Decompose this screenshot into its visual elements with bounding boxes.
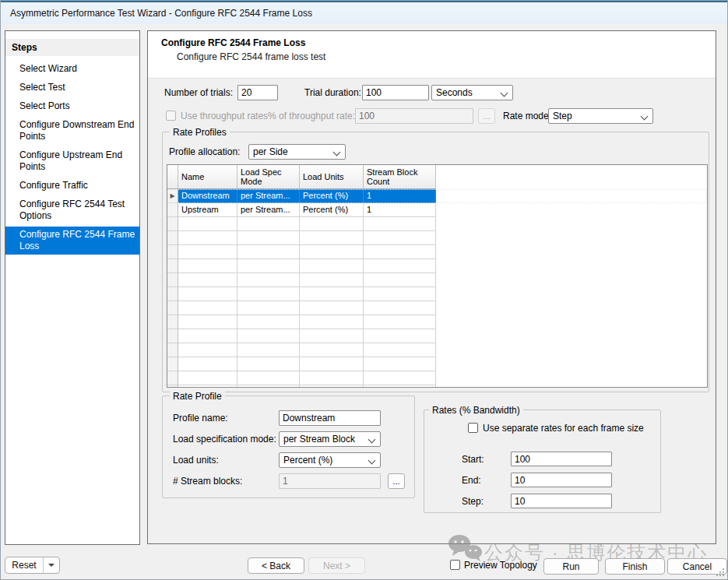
grid-row-selector[interactable] (167, 371, 178, 385)
sidebar-step-item[interactable]: Configure RFC 2544 Test Options (5, 196, 139, 224)
grid-cell[interactable] (178, 287, 237, 301)
grid-cell[interactable] (364, 245, 436, 259)
grid-row-selector[interactable] (167, 329, 178, 343)
reset-split-button[interactable]: Reset (5, 557, 60, 574)
grid-row[interactable] (167, 231, 707, 245)
load-units-select[interactable]: Percent (%) (279, 452, 381, 468)
grid-row[interactable] (167, 273, 707, 287)
number-of-trials-input[interactable] (237, 85, 278, 100)
grid-cell[interactable] (300, 301, 364, 315)
grid-cell[interactable] (178, 385, 237, 388)
grid-row[interactable] (167, 315, 707, 329)
load-spec-mode-select[interactable]: per Stream Block (279, 431, 381, 447)
grid-cell[interactable] (364, 287, 436, 301)
grid-cell[interactable] (178, 357, 237, 371)
reset-dropdown-button[interactable] (43, 557, 59, 573)
grid-cell[interactable] (237, 287, 300, 301)
grid-cell[interactable] (300, 259, 364, 273)
grid-cell[interactable]: Upstream (178, 203, 237, 217)
grid-cell[interactable] (178, 329, 237, 343)
grid-cell[interactable] (178, 245, 237, 259)
rate-profiles-grid[interactable]: NameLoad Spec ModeLoad UnitsStream Block… (167, 164, 708, 388)
grid-cell[interactable]: per Stream... (237, 203, 300, 217)
grid-cell[interactable] (364, 231, 436, 245)
cancel-button[interactable]: Cancel (667, 558, 727, 575)
grid-column-header[interactable]: Name (178, 165, 237, 189)
grid-cell[interactable] (300, 315, 364, 329)
grid-row-selector[interactable] (167, 287, 178, 301)
grid-cell[interactable] (237, 217, 300, 231)
grid-cell[interactable] (237, 245, 300, 259)
grid-row[interactable] (167, 217, 707, 231)
grid-cell[interactable] (178, 371, 237, 385)
sidebar-step-item[interactable]: Select Ports (5, 98, 139, 114)
grid-row[interactable] (167, 357, 707, 371)
grid-cell[interactable] (364, 217, 436, 231)
grid-cell[interactable]: Percent (%) (300, 203, 364, 217)
back-button[interactable]: < Back (248, 557, 304, 574)
profile-name-input[interactable] (279, 410, 381, 426)
grid-cell[interactable] (364, 357, 436, 371)
grid-row-selector[interactable] (167, 385, 178, 388)
grid-row[interactable] (167, 385, 707, 388)
grid-cell[interactable] (237, 329, 300, 343)
sidebar-step-item[interactable]: Configure Traffic (5, 178, 139, 194)
grid-cell[interactable] (364, 315, 436, 329)
grid-cell[interactable] (300, 385, 364, 388)
grid-row-selector[interactable] (167, 343, 178, 357)
grid-cell[interactable] (237, 357, 300, 371)
grid-current-row-arrow-icon[interactable]: ▶ (167, 189, 178, 203)
grid-cell[interactable] (300, 231, 364, 245)
grid-cell[interactable] (237, 273, 300, 287)
grid-cell[interactable] (237, 385, 300, 388)
trial-duration-unit-select[interactable]: Seconds (431, 85, 513, 100)
grid-row-selector[interactable] (167, 231, 178, 245)
grid-row-selector[interactable] (167, 259, 178, 273)
grid-cell[interactable]: 1 (364, 189, 436, 203)
grid-cell[interactable] (237, 259, 300, 273)
grid-cell[interactable] (300, 273, 364, 287)
grid-row[interactable] (167, 343, 707, 357)
grid-cell[interactable] (364, 385, 436, 388)
grid-cell[interactable] (300, 245, 364, 259)
grid-row-selector[interactable] (167, 245, 178, 259)
grid-column-header[interactable]: Load Spec Mode (237, 165, 300, 189)
grid-cell[interactable] (178, 301, 237, 315)
grid-cell[interactable] (237, 315, 300, 329)
grid-row-selector[interactable] (167, 273, 178, 287)
grid-row[interactable] (167, 301, 707, 315)
reset-button[interactable]: Reset (5, 557, 43, 573)
grid-cell[interactable]: per Stream... (237, 189, 300, 203)
rates-end-input[interactable] (511, 473, 612, 487)
finish-button[interactable]: Finish (605, 558, 665, 575)
grid-cell[interactable] (364, 343, 436, 357)
grid-cell[interactable] (300, 371, 364, 385)
grid-cell[interactable] (300, 217, 364, 231)
grid-column-header[interactable]: Load Units (300, 165, 364, 189)
grid-row-selector[interactable] (167, 217, 178, 231)
grid-cell[interactable] (300, 343, 364, 357)
grid-row[interactable] (167, 245, 707, 259)
sidebar-step-item[interactable]: Select Wizard (5, 61, 139, 77)
preview-topology-checkbox[interactable] (450, 560, 460, 570)
grid-row-selector[interactable] (167, 315, 178, 329)
grid-cell[interactable]: 1 (364, 203, 436, 217)
sidebar-step-item[interactable]: Configure Downstream End Points (5, 117, 139, 145)
stream-blocks-browse-button[interactable]: ... (388, 473, 405, 489)
grid-cell[interactable] (237, 301, 300, 315)
grid-cell[interactable] (237, 231, 300, 245)
sidebar-step-item[interactable]: Configure RFC 2544 Frame Loss (5, 227, 139, 255)
grid-column-header[interactable]: Stream Block Count (364, 165, 436, 189)
trial-duration-input[interactable] (362, 85, 429, 100)
resize-grip[interactable] (723, 575, 724, 576)
grid-cell[interactable] (237, 343, 300, 357)
run-button[interactable]: Run (543, 558, 599, 575)
grid-cell[interactable]: Downstream (178, 189, 237, 203)
grid-row-selector[interactable] (167, 357, 178, 371)
grid-cell[interactable] (364, 259, 436, 273)
grid-cell[interactable] (178, 259, 237, 273)
grid-cell[interactable] (300, 287, 364, 301)
grid-row[interactable]: ▶Downstreamper Stream...Percent (%)1 (167, 189, 707, 203)
rates-start-input[interactable] (511, 452, 612, 466)
grid-row[interactable] (167, 371, 707, 385)
